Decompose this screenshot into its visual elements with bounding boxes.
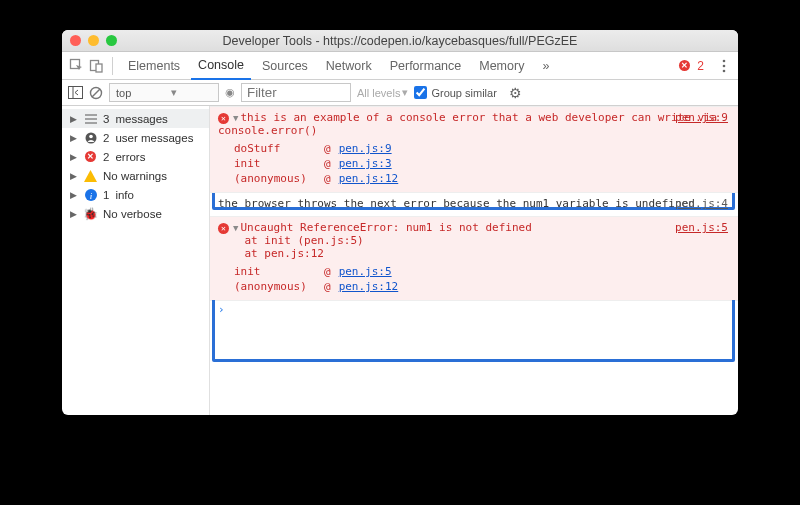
tab-memory[interactable]: Memory xyxy=(472,52,531,80)
group-similar-checkbox[interactable]: Group similar xyxy=(414,86,496,99)
svg-point-4 xyxy=(723,64,726,67)
stack-frame: doStuff@ pen.js:9 xyxy=(218,141,730,156)
kebab-menu-icon[interactable] xyxy=(716,59,732,73)
error-icon: ✕ xyxy=(218,113,229,124)
sidebar-item-info[interactable]: ▶ i 1 info xyxy=(62,185,209,204)
clear-console-icon[interactable] xyxy=(89,86,103,100)
error-icon: ✕ xyxy=(84,150,97,163)
devtools-window: Developer Tools - https://codepen.io/kay… xyxy=(62,30,738,415)
chevron-down-icon: ▾ xyxy=(402,86,408,99)
error-count: 2 xyxy=(697,59,704,73)
gear-icon[interactable]: ⚙ xyxy=(509,85,522,101)
user-icon xyxy=(84,131,97,144)
tab-overflow[interactable]: » xyxy=(535,52,556,80)
chevron-down-icon: ▾ xyxy=(171,86,177,99)
tab-sources[interactable]: Sources xyxy=(255,52,315,80)
info-icon: i xyxy=(84,188,97,201)
eye-icon[interactable]: ◉ xyxy=(225,86,235,99)
console-entry-error[interactable]: pen.js:9 ✕▼this is an example of a conso… xyxy=(210,106,738,192)
source-link[interactable]: pen.js:9 xyxy=(339,142,392,155)
error-message: Uncaught ReferenceError: num1 is not def… xyxy=(218,221,532,260)
source-link[interactable]: pen.js:4 xyxy=(675,197,728,210)
sidebar-item-errors[interactable]: ▶ ✕ 2 errors xyxy=(62,147,209,166)
chevron-down-icon[interactable]: ▼ xyxy=(233,223,238,233)
titlebar: Developer Tools - https://codepen.io/kay… xyxy=(62,30,738,52)
stack-trace: init@ pen.js:5 (anonymous)@ pen.js:12 xyxy=(218,264,730,294)
svg-point-14 xyxy=(89,134,93,138)
console-sidebar: ▶ 3 messages ▶ 2 user messages ▶ ✕ 2 err… xyxy=(62,106,210,415)
sidebar-item-warnings[interactable]: ▶ No warnings xyxy=(62,166,209,185)
device-toggle-icon[interactable] xyxy=(88,58,104,73)
error-message: this is an example of a console error th… xyxy=(218,111,724,137)
sidebar-item-user-messages[interactable]: ▶ 2 user messages xyxy=(62,128,209,147)
console-entry-log[interactable]: pen.js:4 the browser throws the next err… xyxy=(210,192,738,216)
chevron-down-icon[interactable]: ▼ xyxy=(233,113,238,123)
sidebar-item-verbose[interactable]: ▶ 🐞 No verbose xyxy=(62,204,209,223)
tabbar: Elements Console Sources Network Perform… xyxy=(62,52,738,80)
tab-network[interactable]: Network xyxy=(319,52,379,80)
stack-frame: init@ pen.js:3 xyxy=(218,156,730,171)
console-prompt[interactable]: › xyxy=(210,300,738,318)
chevron-right-icon: ▶ xyxy=(70,114,78,124)
error-icon: ✕ xyxy=(218,223,229,234)
stack-frame: init@ pen.js:5 xyxy=(218,264,730,279)
svg-point-3 xyxy=(723,59,726,62)
log-message: the browser throws the next error becaus… xyxy=(218,197,695,210)
chevron-right-icon: ▶ xyxy=(70,190,78,200)
console-output: pen.js:9 ✕▼this is an example of a conso… xyxy=(210,106,738,415)
tab-performance[interactable]: Performance xyxy=(383,52,469,80)
tab-console[interactable]: Console xyxy=(191,52,251,80)
stack-frame: (anonymous)@ pen.js:12 xyxy=(218,279,730,294)
zoom-icon[interactable] xyxy=(106,35,117,46)
source-link[interactable]: pen.js:5 xyxy=(339,265,392,278)
error-icon: ✕ xyxy=(679,60,690,71)
filter-input[interactable] xyxy=(241,83,351,102)
source-link[interactable]: pen.js:3 xyxy=(339,157,392,170)
error-count-badge[interactable]: ✕ 2 xyxy=(679,59,704,73)
console-entry-error[interactable]: pen.js:5 ✕▼Uncaught ReferenceError: num1… xyxy=(210,216,738,300)
chevron-right-icon: ▶ xyxy=(70,171,78,181)
chevron-right-icon: ▶ xyxy=(70,133,78,143)
window-title: Developer Tools - https://codepen.io/kay… xyxy=(62,34,738,48)
svg-point-5 xyxy=(723,69,726,72)
context-select[interactable]: top ▾ xyxy=(109,83,219,102)
chevron-right-icon: ▶ xyxy=(70,152,78,162)
stack-trace: doStuff@ pen.js:9 init@ pen.js:3 (anonym… xyxy=(218,141,730,186)
close-icon[interactable] xyxy=(70,35,81,46)
warn-icon xyxy=(84,169,97,182)
sidebar-item-messages[interactable]: ▶ 3 messages xyxy=(62,109,209,128)
svg-rect-2 xyxy=(96,64,102,72)
source-link[interactable]: pen.js:12 xyxy=(339,172,399,185)
source-link[interactable]: pen.js:5 xyxy=(675,221,728,234)
svg-line-9 xyxy=(92,89,100,97)
chevron-right-icon: ▶ xyxy=(70,209,78,219)
bug-icon: 🐞 xyxy=(84,207,97,220)
list-icon xyxy=(84,112,97,125)
levels-select[interactable]: All levels ▾ xyxy=(357,86,408,99)
console-toolbar: top ▾ ◉ All levels ▾ Group similar ⚙ xyxy=(62,80,738,106)
source-link[interactable]: pen.js:12 xyxy=(339,280,399,293)
stack-frame: (anonymous)@ pen.js:12 xyxy=(218,171,730,186)
source-link[interactable]: pen.js:9 xyxy=(675,111,728,124)
sidebar-toggle-icon[interactable] xyxy=(68,86,83,99)
minimize-icon[interactable] xyxy=(88,35,99,46)
inspect-icon[interactable] xyxy=(68,58,84,73)
traffic-lights xyxy=(70,35,117,46)
tab-elements[interactable]: Elements xyxy=(121,52,187,80)
context-value: top xyxy=(116,87,131,99)
